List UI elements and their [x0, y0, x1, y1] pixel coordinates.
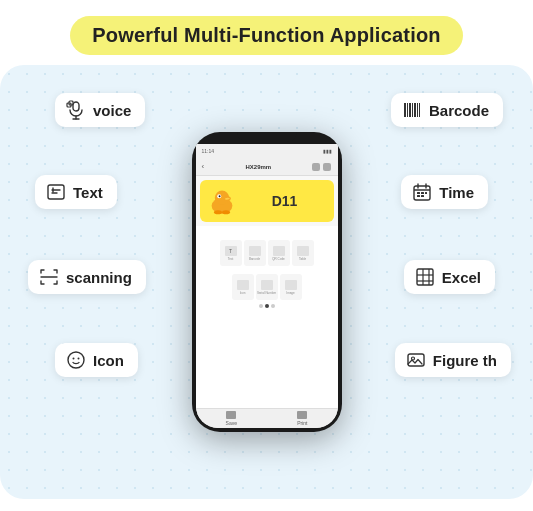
phone-tool-row-1: T Text Barcode QR Code [200, 240, 334, 266]
svg-rect-12 [48, 185, 64, 199]
duck-image [206, 185, 238, 217]
title-badge: Powerful Multi-Function Application [70, 16, 462, 55]
barcode-label: Barcode [429, 102, 489, 119]
svg-rect-8 [412, 103, 413, 117]
phone-screen: 11:14 ▮▮▮ ‹ HX29mm [196, 144, 338, 428]
svg-rect-22 [417, 195, 420, 197]
tool-barcode[interactable]: Barcode [244, 240, 266, 266]
tool-barcode-label: Barcode [249, 257, 260, 261]
phone-dot-nav [200, 302, 334, 310]
dot-2 [265, 304, 269, 308]
status-time: 11:14 [202, 148, 215, 154]
svg-rect-9 [414, 103, 416, 117]
feature-voice[interactable]: voice [55, 93, 145, 127]
feature-scanning[interactable]: scanning [28, 260, 146, 294]
scan-icon [38, 266, 60, 288]
phone-nav-bar: ‹ HX29mm [196, 158, 338, 176]
svg-rect-11 [419, 103, 420, 117]
figureth-label: Figure th [433, 352, 497, 369]
tool-barcode-icon [249, 246, 261, 256]
phone-main-area: T Text Barcode QR Code [196, 226, 338, 408]
svg-rect-19 [417, 192, 420, 194]
status-icons: ▮▮▮ [323, 148, 332, 154]
phone-label-preview: D11 [200, 180, 334, 222]
voice-label: voice [93, 102, 131, 119]
save-label: Save [226, 420, 237, 426]
barcode-icon [401, 99, 423, 121]
feature-icon[interactable]: Icon [55, 343, 138, 377]
microphone-icon [65, 99, 87, 121]
svg-point-41 [222, 210, 230, 214]
save-button[interactable]: Save [226, 411, 237, 426]
content-area: voice Barcode [0, 65, 533, 499]
tool-image[interactable]: Image [280, 274, 302, 300]
print-button[interactable]: Print [297, 411, 307, 426]
nav-icon-2[interactable] [323, 163, 331, 171]
title-area: Powerful Multi-Function Application [70, 16, 462, 55]
svg-rect-6 [407, 103, 408, 117]
tool-table[interactable]: Table [292, 240, 314, 266]
svg-rect-5 [404, 103, 406, 117]
print-label: Print [297, 420, 307, 426]
tool-serial-icon [261, 280, 273, 290]
scanning-label: scanning [66, 269, 132, 286]
feature-excel[interactable]: Excel [404, 260, 495, 294]
phone-tool-row-2: Icon Serial Number Image [200, 274, 334, 300]
svg-rect-21 [425, 192, 427, 194]
feature-barcode[interactable]: Barcode [391, 93, 503, 127]
tool-text[interactable]: T Text [220, 240, 242, 266]
svg-rect-2 [73, 102, 79, 111]
nav-back-arrow[interactable]: ‹ [202, 162, 205, 171]
tool-qr-icon [273, 246, 285, 256]
text-label: Text [73, 184, 103, 201]
tool-icon[interactable]: Icon [232, 274, 254, 300]
phone-mockup: 11:14 ▮▮▮ ‹ HX29mm [192, 132, 342, 432]
svg-rect-20 [421, 192, 424, 194]
svg-point-31 [73, 358, 75, 360]
nav-icon-1[interactable] [312, 163, 320, 171]
image-icon [405, 349, 427, 371]
tool-image-icon [285, 280, 297, 290]
feature-text[interactable]: Text [35, 175, 117, 209]
smiley-icon [65, 349, 87, 371]
tool-table-icon [297, 246, 309, 256]
tool-serial-label: Serial Number [257, 291, 276, 295]
dot-1 [259, 304, 263, 308]
svg-rect-7 [409, 103, 411, 117]
feature-time[interactable]: Time [401, 175, 488, 209]
tool-table-label: Table [299, 257, 306, 261]
tool-serial[interactable]: Serial Number [256, 274, 278, 300]
tool-text-icon: T [225, 246, 237, 256]
tool-qr[interactable]: QR Code [268, 240, 290, 266]
text-box-icon [45, 181, 67, 203]
calendar-icon [411, 181, 433, 203]
dot-3 [271, 304, 275, 308]
phone-bottom-bar: Save Print [196, 408, 338, 428]
table-icon [414, 266, 436, 288]
title-highlight: Multi-Function [184, 24, 325, 46]
main-container: Powerful Multi-Function Application voic… [0, 0, 533, 511]
feature-figureth[interactable]: Figure th [395, 343, 511, 377]
icon-label: Icon [93, 352, 124, 369]
tool-icon-label: Icon [240, 291, 246, 295]
tool-image-label: Image [286, 291, 294, 295]
svg-point-40 [214, 210, 222, 214]
tool-qr-label: QR Code [272, 257, 285, 261]
phone-label-text: D11 [242, 193, 328, 209]
svg-rect-25 [417, 269, 433, 285]
svg-point-30 [68, 352, 84, 368]
phone-notch [237, 132, 297, 142]
excel-label: Excel [442, 269, 481, 286]
svg-point-32 [78, 358, 80, 360]
tool-text-label: Text [228, 257, 234, 261]
time-label: Time [439, 184, 474, 201]
tool-icon-icon [237, 280, 249, 290]
svg-point-38 [218, 195, 220, 197]
nav-title: HX29mm [245, 164, 271, 170]
nav-icons [312, 163, 331, 171]
svg-rect-23 [421, 195, 424, 197]
phone-status-bar: 11:14 ▮▮▮ [196, 144, 338, 158]
svg-rect-10 [417, 103, 418, 117]
